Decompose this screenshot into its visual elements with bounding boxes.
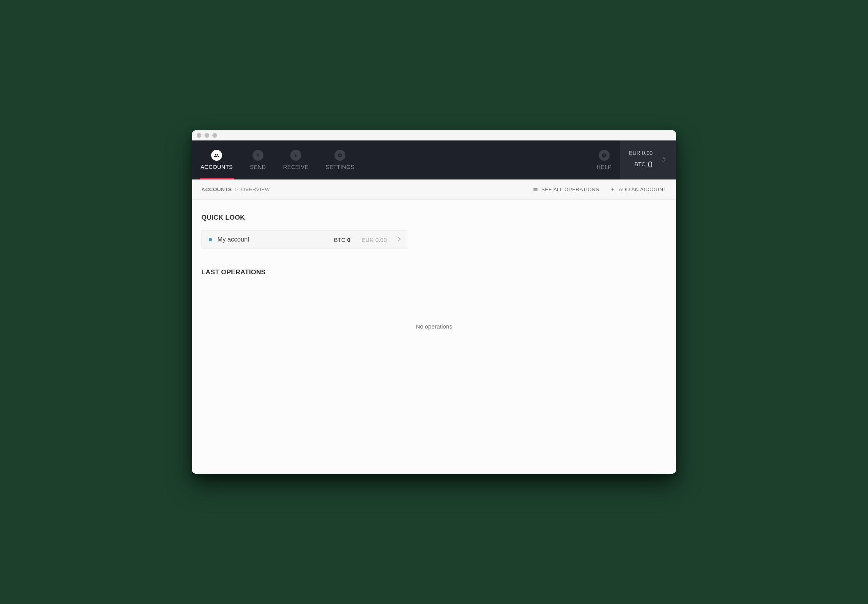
receive-icon bbox=[290, 150, 301, 161]
account-name: My account bbox=[217, 236, 249, 243]
plus-icon bbox=[610, 187, 615, 192]
chevron-right-icon bbox=[398, 236, 401, 243]
refresh-icon[interactable] bbox=[660, 156, 667, 165]
add-account-label: ADD AN ACCOUNT bbox=[619, 187, 667, 192]
account-btc: BTC 0 bbox=[334, 236, 350, 243]
gear-icon bbox=[334, 150, 345, 161]
nav-receive[interactable]: RECEIVE bbox=[274, 140, 317, 179]
breadcrumb-root[interactable]: ACCOUNTS bbox=[201, 187, 232, 192]
add-account-button[interactable]: ADD AN ACCOUNT bbox=[610, 187, 667, 192]
balance-btc-value: 0 bbox=[648, 158, 653, 171]
window-minimize-dot[interactable] bbox=[205, 133, 209, 138]
window-close-dot[interactable] bbox=[197, 133, 201, 138]
nav-settings-label: SETTINGS bbox=[326, 164, 354, 170]
nav-send[interactable]: SEND bbox=[242, 140, 275, 179]
nav-send-label: SEND bbox=[250, 164, 266, 170]
content-area: QUICK LOOK My account BTC 0 EUR 0.00 LAS… bbox=[192, 200, 676, 474]
account-btc-label: BTC bbox=[334, 236, 345, 243]
account-eur: EUR 0.00 bbox=[361, 236, 387, 243]
nav-settings[interactable]: SETTINGS bbox=[317, 140, 363, 179]
balance-lines: EUR 0.00 BTC 0 bbox=[629, 149, 653, 171]
balance-eur: EUR 0.00 bbox=[629, 149, 653, 157]
list-icon bbox=[533, 187, 538, 192]
nav-help-label: HELP bbox=[597, 164, 612, 170]
account-btc-value: 0 bbox=[347, 236, 350, 243]
window-zoom-dot[interactable] bbox=[212, 133, 217, 138]
see-all-operations-button[interactable]: SEE ALL OPERATIONS bbox=[533, 187, 599, 192]
no-operations-text: No operations bbox=[201, 323, 667, 330]
nav-left-group: ACCOUNTS SEND RECEIVE SETTINGS bbox=[192, 140, 363, 179]
send-icon bbox=[253, 150, 263, 161]
window-titlebar bbox=[192, 130, 676, 140]
last-operations-heading: LAST OPERATIONS bbox=[201, 268, 667, 276]
help-icon bbox=[599, 150, 610, 161]
breadcrumb-bar: ACCOUNTS > OVERVIEW SEE ALL OPERATIONS A… bbox=[192, 179, 676, 200]
nav-receive-label: RECEIVE bbox=[283, 164, 308, 170]
nav-accounts[interactable]: ACCOUNTS bbox=[192, 140, 242, 179]
account-card[interactable]: My account BTC 0 EUR 0.00 bbox=[201, 230, 408, 249]
account-color-dot bbox=[209, 238, 212, 241]
quick-look-heading: QUICK LOOK bbox=[201, 214, 667, 222]
balance-btc-label: BTC bbox=[635, 160, 646, 169]
nav-help[interactable]: HELP bbox=[588, 140, 621, 179]
top-nav: ACCOUNTS SEND RECEIVE SETTINGS bbox=[192, 140, 676, 179]
balance-panel: EUR 0.00 BTC 0 bbox=[620, 140, 676, 179]
accounts-icon bbox=[211, 150, 222, 161]
breadcrumb-separator: > bbox=[235, 187, 238, 192]
app-window: ACCOUNTS SEND RECEIVE SETTINGS bbox=[192, 130, 676, 474]
see-all-operations-label: SEE ALL OPERATIONS bbox=[541, 187, 599, 192]
breadcrumb-current: OVERVIEW bbox=[241, 187, 270, 192]
nav-accounts-label: ACCOUNTS bbox=[201, 164, 233, 170]
